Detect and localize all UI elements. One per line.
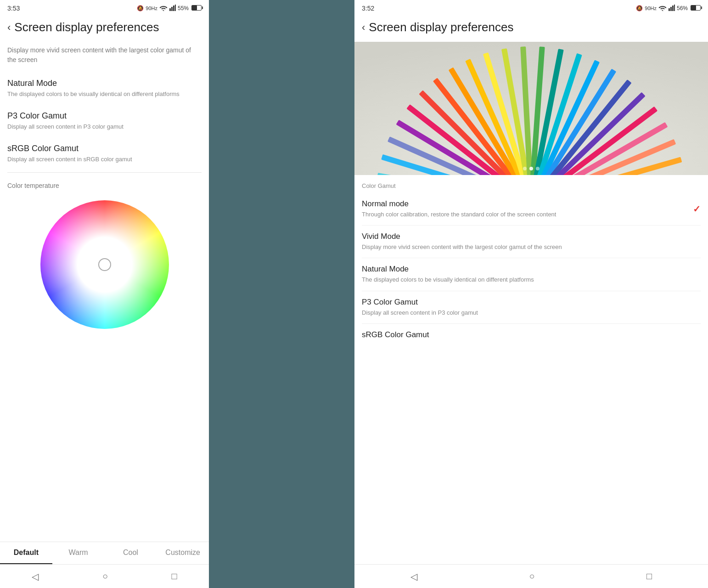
left-p3-mode-desc: Display all screen content in P3 color g… [7,123,202,131]
left-p3-mode-item[interactable]: P3 Color Gamut Display all screen conten… [0,105,209,137]
right-natural-mode-desc: The displayed colors to be visually iden… [362,276,701,284]
left-srgb-mode-item[interactable]: sRGB Color Gamut Display all screen cont… [0,137,209,170]
right-bottom-nav: ◁ ○ □ [354,564,708,588]
right-normal-mode-desc: Through color calibration, restore the s… [362,210,701,219]
svg-rect-6 [672,6,674,11]
svg-rect-5 [670,7,672,11]
right-battery-pct: 56% [677,5,688,11]
right-normal-mode-check: ✓ [693,204,701,215]
svg-rect-7 [674,5,675,11]
right-p3-mode-item[interactable]: P3 Color Gamut Display all screen conten… [354,291,708,323]
left-page-title: Screen display preferences [14,20,159,34]
left-srgb-mode-desc: Display all screen content in sRGB color… [7,155,202,164]
right-dot-2[interactable] [529,167,533,170]
left-back-nav-icon[interactable]: ◁ [32,571,39,582]
left-color-wheel-container[interactable] [0,193,209,336]
svg-rect-1 [171,7,173,11]
right-normal-mode-item[interactable]: Normal mode Through color calibration, r… [354,193,708,225]
right-vivid-mode-item[interactable]: Vivid Mode Display more vivid screen con… [354,226,708,258]
right-dot-3[interactable] [536,167,539,170]
right-natural-mode-title: Natural Mode [362,265,701,274]
right-normal-mode-title: Normal mode [362,199,701,209]
left-refresh-rate: 90Hz [146,6,157,11]
left-recent-nav-icon[interactable]: □ [172,571,177,582]
left-time: 3:53 [7,5,20,12]
svg-rect-2 [173,6,174,11]
right-signal-icon [669,5,675,12]
left-color-wheel-handle[interactable] [98,258,111,271]
left-top-nav: ‹ Screen display preferences [0,17,209,42]
left-status-bar: 3:53 🔕 90Hz 55% [0,0,209,17]
right-gamut-section-label: Color Gamut [354,175,708,193]
left-natural-mode-item[interactable]: Natural Mode The displayed colors to be … [0,72,209,105]
left-back-button[interactable]: ‹ [7,22,11,34]
left-temp-tabs: Default Warm Cool Customize [0,542,209,564]
left-battery-icon [191,5,202,12]
center-divider [209,0,354,588]
svg-rect-4 [669,8,670,11]
right-refresh-rate: 90Hz [645,6,657,11]
right-natural-mode-item[interactable]: Natural Mode The displayed colors to be … [354,258,708,290]
left-bottom-nav: ◁ ○ □ [0,564,209,588]
right-back-button[interactable]: ‹ [362,22,365,34]
right-back-nav-icon[interactable]: ◁ [410,571,417,582]
left-divider [7,172,202,173]
left-temp-tab-customize[interactable]: Customize [157,542,209,564]
right-top-nav: ‹ Screen display preferences [354,17,708,42]
right-image-dots [523,167,539,170]
right-page-title: Screen display preferences [369,20,513,34]
left-color-temp-label: Color temperature [0,175,209,193]
left-wifi-icon [159,5,168,12]
svg-rect-0 [169,8,171,11]
svg-rect-3 [175,5,176,11]
right-srgb-mode-title: sRGB Color Gamut [362,330,701,339]
right-wifi-icon [658,5,667,12]
right-recent-nav-icon[interactable]: □ [646,571,652,582]
left-natural-mode-title: Natural Mode [7,79,202,88]
right-dot-1[interactable] [523,167,527,170]
right-pencil-image [354,42,708,175]
right-battery-icon [690,5,701,12]
right-silent-icon: 🔕 [636,5,643,11]
right-time: 3:52 [362,5,374,12]
left-p3-mode-title: P3 Color Gamut [7,111,202,121]
left-subtitle: Display more vivid screen content with t… [0,42,209,72]
left-home-nav-icon[interactable]: ○ [102,571,108,582]
right-srgb-mode-item[interactable]: sRGB Color Gamut [354,324,708,348]
left-srgb-mode-title: sRGB Color Gamut [7,144,202,153]
right-home-nav-icon[interactable]: ○ [529,571,534,582]
left-color-wheel[interactable] [40,200,169,329]
right-phone-panel: 3:52 🔕 90Hz 56% ‹ Screen display prefere… [354,0,708,588]
right-status-icons: 🔕 90Hz 56% [636,5,701,12]
right-p3-mode-title: P3 Color Gamut [362,298,701,307]
left-status-icons: 🔕 90Hz 55% [137,5,202,12]
left-temp-tab-warm[interactable]: Warm [52,542,105,564]
left-natural-mode-desc: The displayed colors to be visually iden… [7,90,202,98]
right-vivid-mode-desc: Display more vivid screen content with t… [362,243,701,251]
left-battery-pct: 55% [178,5,189,11]
left-temp-tab-cool[interactable]: Cool [105,542,157,564]
right-status-bar: 3:52 🔕 90Hz 56% [354,0,708,17]
left-signal-icon [169,5,176,12]
right-p3-mode-desc: Display all screen content in P3 color g… [362,309,701,317]
left-silent-icon: 🔕 [137,5,144,11]
left-temp-tab-default[interactable]: Default [0,542,52,564]
right-vivid-mode-title: Vivid Mode [362,232,701,241]
left-phone-panel: 3:53 🔕 90Hz 55% ‹ Screen display prefere… [0,0,209,588]
right-gamut-section: Color Gamut Normal mode Through color ca… [354,175,708,564]
